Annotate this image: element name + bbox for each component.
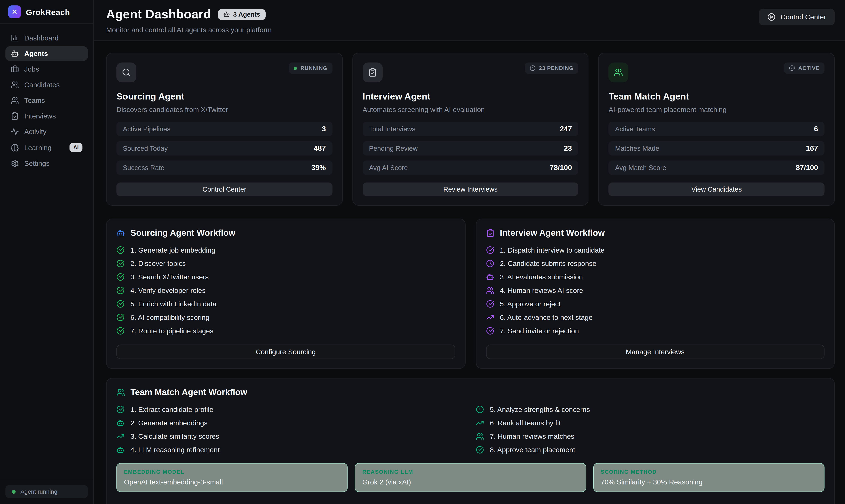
page-subtitle: Monitor and control all AI agents across… [106, 26, 272, 34]
stat-row: Pending Review 23 [362, 141, 578, 156]
workflow-step: 7. Send invite or rejection [486, 327, 825, 335]
team-workflow-steps: 1. Extract candidate profile 2. Generate… [117, 397, 825, 459]
agents-count-badge: 3 Agents [218, 9, 266, 20]
app-root: GrokReach Dashboard Agents Jobs Candidat… [0, 0, 845, 504]
alert-circle-icon [530, 65, 536, 71]
stat-row: Matches Made 167 [609, 141, 825, 156]
check-circle-icon [486, 300, 494, 308]
agent-running-label: Agent running [20, 488, 57, 495]
content: RUNNING Sourcing Agent Discovers candida… [94, 41, 845, 504]
embedding-model-box: EMBEDDING MODEL OpenAI text-embedding-3-… [117, 463, 348, 492]
bot-icon [117, 446, 124, 454]
users-icon [609, 62, 628, 82]
clipboard-check-icon [11, 112, 19, 120]
bot-icon [486, 273, 494, 281]
app-logo-icon [8, 5, 21, 18]
stat-row: Avg AI Score 78/100 [362, 161, 578, 175]
sidebar-item-label: Interviews [24, 112, 82, 120]
trending-up-icon [117, 432, 124, 440]
card-title: Interview Agent [362, 91, 578, 102]
workflow-step: 5. Enrich with LinkedIn data [117, 300, 455, 308]
users-icon [117, 388, 125, 397]
review-interviews-button[interactable]: Review Interviews [362, 183, 578, 196]
users-icon [476, 432, 484, 440]
workflow-step: 1. Dispatch interview to candidate [486, 246, 825, 254]
sidebar-item-label: Settings [24, 159, 82, 167]
workflow-step: 3. AI evaluates submission [486, 273, 825, 281]
briefcase-icon [11, 65, 19, 73]
team-match-workflow-card: Team Match Agent Workflow 1. Extract can… [106, 378, 835, 504]
stats-list: Total Interviews 247 Pending Review 23 A… [362, 122, 578, 175]
workflow-step: 6. Auto-advance to next stage [486, 313, 825, 321]
search-icon [117, 62, 136, 82]
sidebar-item-jobs[interactable]: Jobs [5, 62, 88, 76]
team-match-agent-card: ACTIVE Team Match Agent AI-powered team … [599, 53, 835, 206]
workflow-step: 5. Approve or reject [486, 300, 825, 308]
bot-icon [223, 11, 230, 18]
sidebar-item-activity[interactable]: Activity [5, 124, 88, 139]
check-circle-icon [117, 246, 124, 254]
workflow-title: Team Match Agent Workflow [117, 388, 825, 397]
trending-up-icon [476, 419, 484, 427]
sidebar-item-label: Jobs [24, 65, 82, 73]
bar-chart-icon [11, 34, 19, 42]
status-badge: RUNNING [289, 62, 332, 74]
card-title: Sourcing Agent [117, 91, 332, 102]
stat-row: Success Rate 39% [117, 161, 332, 175]
stats-list: Active Teams 6 Matches Made 167 Avg Matc… [609, 122, 825, 175]
sidebar-item-agents[interactable]: Agents [5, 46, 88, 61]
check-circle-icon [486, 246, 494, 254]
main-area: Agent Dashboard 3 Agents Monitor and con… [94, 0, 845, 504]
sidebar-item-learning[interactable]: Learning AI [5, 140, 88, 155]
status-badge: ACTIVE [784, 62, 825, 74]
check-circle-icon [117, 313, 124, 321]
sidebar-item-candidates[interactable]: Candidates [5, 78, 88, 92]
interview-workflow-card: Interview Agent Workflow 1. Dispatch int… [476, 219, 834, 369]
activity-icon [11, 128, 19, 136]
workflow-steps-left: 1. Extract candidate profile 2. Generate… [117, 406, 465, 459]
workflow-step: 4. Verify developer roles [117, 286, 455, 294]
sidebar-item-settings[interactable]: Settings [5, 156, 88, 171]
workflow-step: 5. Analyze strengths & concerns [476, 406, 825, 413]
model-info-row: EMBEDDING MODEL OpenAI text-embedding-3-… [117, 463, 825, 492]
scoring-method-box: SCORING METHOD 70% Similarity + 30% Reas… [593, 463, 825, 492]
agent-cards-row: RUNNING Sourcing Agent Discovers candida… [106, 53, 835, 206]
reasoning-llm-box: REASONING LLM Grok 2 (via xAI) [355, 463, 586, 492]
workflow-title: Interview Agent Workflow [486, 228, 825, 238]
status-badge: 23 PENDING [525, 62, 579, 74]
interview-agent-card: 23 PENDING Interview Agent Automates scr… [352, 53, 589, 206]
workflow-row: Sourcing Agent Workflow 1. Generate job … [106, 219, 835, 369]
sidebar-item-interviews[interactable]: Interviews [5, 109, 88, 123]
sidebar-item-label: Agents [24, 50, 82, 57]
sidebar-item-label: Learning [24, 144, 64, 151]
control-center-card-button[interactable]: Control Center [117, 183, 332, 196]
workflow-step: 7. Route to pipeline stages [117, 327, 455, 335]
workflow-step: 3. Calculate similarity scores [117, 432, 465, 440]
sidebar-item-teams[interactable]: Teams [5, 93, 88, 108]
stat-row: Active Teams 6 [609, 122, 825, 136]
workflow-title: Sourcing Agent Workflow [117, 228, 455, 238]
configure-sourcing-button[interactable]: Configure Sourcing [117, 344, 455, 359]
workflow-step: 4. Human reviews AI score [486, 286, 825, 294]
sidebar-item-dashboard[interactable]: Dashboard [5, 31, 88, 45]
ai-badge: AI [69, 143, 82, 152]
view-candidates-button[interactable]: View Candidates [609, 183, 825, 196]
bot-icon [117, 419, 124, 427]
manage-interviews-button[interactable]: Manage Interviews [486, 344, 825, 359]
check-circle-icon [117, 327, 124, 335]
check-circle-icon [117, 273, 124, 281]
clock-icon [486, 259, 494, 267]
clipboard-check-icon [362, 62, 382, 82]
workflow-step: 2. Discover topics [117, 259, 455, 267]
check-circle-icon [476, 446, 484, 454]
check-circle-icon [117, 300, 124, 308]
sidebar-item-label: Activity [24, 128, 82, 136]
sourcing-workflow-card: Sourcing Agent Workflow 1. Generate job … [106, 219, 465, 369]
control-center-button[interactable]: Control Center [759, 8, 835, 25]
sidebar-footer: Agent running [0, 479, 93, 504]
play-circle-icon [768, 13, 776, 21]
card-subtitle: AI-powered team placement matching [609, 106, 825, 113]
page-title: Agent Dashboard [106, 7, 211, 21]
clipboard-check-icon [486, 229, 495, 237]
workflow-step: 6. AI compatibility scoring [117, 313, 455, 321]
